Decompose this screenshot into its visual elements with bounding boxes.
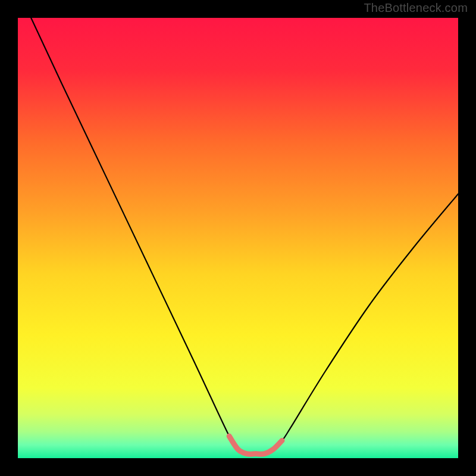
chart-frame: TheBottleneck.com [0,0,476,476]
plot-area [18,18,458,458]
bottleneck-chart [18,18,458,458]
gradient-background [18,18,458,458]
watermark-text: TheBottleneck.com [364,1,468,15]
